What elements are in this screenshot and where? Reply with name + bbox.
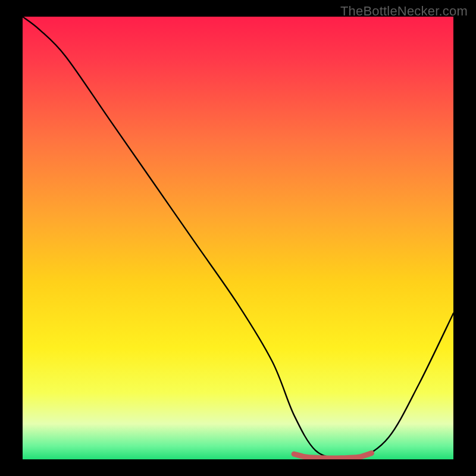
chart-frame: TheBottleNecker.com [0,0,476,476]
plot-area [23,17,453,459]
bottleneck-curve-path [23,17,453,459]
optimal-segment-path [294,453,371,458]
chart-svg [23,17,453,459]
